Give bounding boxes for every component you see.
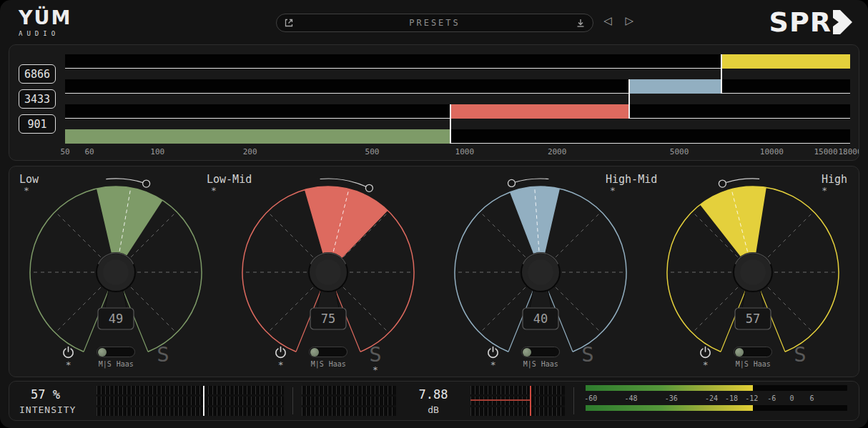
gauge-guide-line — [768, 213, 812, 257]
prev-preset-button[interactable]: ◁ — [603, 16, 612, 26]
meter-scale--60: -60 — [584, 394, 597, 402]
axis-tick-60: 60 — [84, 147, 94, 156]
presets-label[interactable]: PRESETS — [294, 18, 576, 28]
frequency-axis: 5060100200500100020005000100001500018000 — [65, 147, 850, 159]
intensity-readout: 57 % INTENSITY — [19, 387, 88, 415]
range-handle[interactable] — [142, 180, 149, 187]
crossover-handle-901[interactable] — [450, 104, 451, 144]
power-icon[interactable] — [486, 345, 500, 359]
solo-button[interactable]: S — [157, 346, 169, 364]
axis-tick-100: 100 — [150, 147, 164, 156]
band-range-low[interactable] — [65, 129, 450, 144]
spread-gauge-display[interactable]: 57 — [654, 172, 852, 357]
gain-unit: dB — [403, 404, 463, 415]
meter-bar-right — [586, 405, 847, 411]
toggle-label-haas: Haas — [541, 360, 558, 368]
logo-sub-text: AUDIO — [19, 30, 71, 37]
spread-value[interactable]: 57 — [745, 312, 759, 326]
meter-fill-left — [586, 385, 753, 391]
gain-value[interactable]: 7.88 — [403, 387, 463, 402]
solo-control: S — [794, 345, 806, 364]
meter-scale--18: -18 — [725, 394, 738, 402]
ms-haas-toggle[interactable] — [97, 347, 135, 357]
range-handle[interactable] — [508, 179, 515, 186]
range-arc — [106, 179, 146, 184]
spread-gauge-panel: Low*Low-Mid*High-Mid*High* 49 * M|S Haas — [9, 166, 859, 377]
top-bar: YÜM AUDIO PRESETS ◁ ▷ SPR — [0, 0, 868, 44]
gauge-high-mid: 40 * M|S Haas S — [434, 166, 646, 377]
crossover-handle-6866[interactable] — [721, 54, 722, 94]
meter-scale--36: -36 — [665, 394, 678, 402]
toggle-label-ms: M|S — [311, 360, 324, 368]
preset-bar[interactable]: PRESETS — [276, 14, 593, 32]
solo-button[interactable]: S — [581, 346, 593, 364]
gauge-guide-line — [556, 213, 600, 257]
axis-tick-50: 50 — [60, 147, 69, 156]
spread-gauge-display[interactable]: 49 — [17, 172, 214, 357]
ms-haas-toggle[interactable] — [734, 347, 772, 357]
toggle-labels: M|S Haas — [736, 360, 771, 368]
power-control: * — [61, 345, 75, 369]
range-handle[interactable] — [365, 184, 373, 191]
mode-control: M|S Haas — [734, 345, 772, 368]
range-arc — [722, 179, 759, 184]
power-asterisk: * — [490, 360, 496, 369]
toggle-knob[interactable] — [735, 348, 744, 357]
spread-gauge-display[interactable]: 75 — [230, 172, 427, 357]
solo-button[interactable]: S — [369, 346, 381, 364]
crossover-freq-box[interactable]: 6866 — [19, 64, 56, 84]
power-icon[interactable] — [699, 345, 712, 359]
band-range-high[interactable] — [721, 54, 850, 69]
power-icon[interactable] — [61, 345, 75, 359]
intensity-slider[interactable] — [97, 386, 284, 416]
preset-navigation: ◁ ▷ — [603, 16, 633, 26]
intensity-label: INTENSITY — [19, 404, 88, 415]
range-handle[interactable] — [719, 180, 726, 187]
gauge-low-mid: 75 * M|S Haas S * — [222, 166, 434, 377]
export-preset-icon[interactable] — [284, 18, 294, 28]
spread-value[interactable]: 49 — [108, 312, 122, 326]
axis-tick-200: 200 — [243, 147, 257, 156]
intensity-value[interactable]: 57 % — [31, 387, 88, 402]
intensity-slider-handle[interactable] — [203, 386, 204, 416]
axis-tick-500: 500 — [365, 147, 380, 156]
gain-slider-handle[interactable] — [530, 386, 531, 416]
knob-cap — [315, 259, 341, 285]
band-range-low-mid[interactable] — [450, 104, 629, 119]
ms-haas-toggle[interactable] — [309, 347, 347, 357]
toggle-labels: M|S Haas — [523, 360, 558, 368]
toggle-knob[interactable] — [523, 348, 531, 357]
power-icon[interactable] — [274, 345, 287, 359]
gain-slider-left[interactable] — [302, 386, 396, 416]
band-row-high — [65, 54, 850, 69]
band-range-high-mid[interactable] — [629, 79, 721, 94]
spread-value[interactable]: 75 — [320, 312, 335, 326]
gauge-guide-line — [268, 213, 312, 257]
knob-cap — [528, 259, 553, 285]
toggle-knob[interactable] — [310, 348, 319, 357]
power-control: * — [274, 345, 287, 369]
crossover-freq-box[interactable]: 901 — [19, 114, 56, 134]
solo-button[interactable]: S — [794, 346, 806, 364]
band-track — [65, 93, 850, 94]
spread-value[interactable]: 40 — [533, 312, 547, 326]
axis-tick-10000: 10000 — [760, 147, 784, 156]
toggle-knob[interactable] — [98, 348, 107, 357]
save-preset-icon[interactable] — [576, 18, 586, 28]
crossover-freq-box[interactable]: 3433 — [19, 89, 56, 109]
band-row-low — [65, 129, 850, 144]
power-asterisk: * — [66, 360, 71, 369]
sprd-logo-d-glyph — [833, 9, 852, 35]
toggle-label-haas: Haas — [117, 360, 134, 368]
mode-control: M|S Haas — [97, 345, 135, 368]
crossover-handle-3433[interactable] — [628, 79, 630, 119]
axis-tick-18000: 18000 — [838, 147, 859, 156]
solo-asterisk: * — [373, 365, 378, 374]
gauge-controls: * M|S Haas S — [486, 345, 593, 369]
logo-main-text: YÜM — [19, 8, 71, 27]
ms-haas-toggle[interactable] — [521, 347, 560, 357]
next-preset-button[interactable]: ▷ — [626, 16, 634, 26]
axis-tick-2000: 2000 — [548, 147, 567, 156]
gain-slider-right[interactable] — [470, 386, 565, 416]
spread-gauge-display[interactable]: 40 — [442, 172, 639, 357]
